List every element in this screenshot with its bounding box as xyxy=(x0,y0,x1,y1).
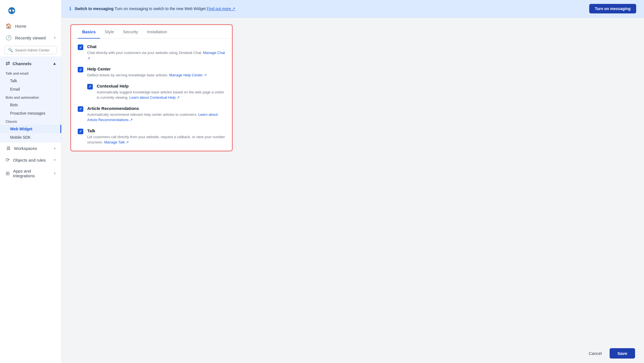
clock-icon: 🕐 xyxy=(6,35,12,41)
tab-installation[interactable]: Installation xyxy=(143,25,172,39)
learn-contextual-help-link[interactable]: Learn about Contextual Help ↗ xyxy=(129,95,180,100)
sidebar-item-objects-rules[interactable]: ⟳ Objects and rules ▾ xyxy=(0,154,61,166)
sidebar-item-talk[interactable]: Talk xyxy=(0,77,61,85)
objects-rules-icon: ⟳ xyxy=(6,157,10,163)
channels-label: Channels xyxy=(13,61,32,66)
banner-link[interactable]: Find out more ↗ xyxy=(207,6,235,11)
setting-article-recommendations: Article Recommendations Automatically re… xyxy=(78,106,225,123)
checkbox-article-recommendations[interactable] xyxy=(78,106,83,112)
channels-icon: ⇄ xyxy=(6,60,10,67)
web-widget-card: Basics Style Security Installation Chat … xyxy=(70,24,233,151)
setting-help-center-desc: Deflect tickets by serving knowledge bas… xyxy=(87,72,225,78)
setting-chat-desc: Chat directly with your customers via yo… xyxy=(87,50,225,61)
manage-talk-link[interactable]: Manage Talk ↗ xyxy=(104,140,129,144)
tab-style[interactable]: Style xyxy=(100,25,118,39)
sidebar-item-proactive-messages[interactable]: Proactive messages xyxy=(0,109,61,117)
banner-text: Switch to messaging Turn on messaging to… xyxy=(75,6,586,11)
content-area: Basics Style Security Installation Chat … xyxy=(61,18,644,344)
sidebar-home-label: Home xyxy=(15,24,26,29)
setting-talk-content: Talk Let customers call directly from yo… xyxy=(87,128,225,145)
objects-rules-label: Objects and rules xyxy=(13,158,46,162)
search-box[interactable]: 🔍 xyxy=(4,46,57,54)
sidebar-item-recently-viewed[interactable]: 🕐 Recently viewed ▾ xyxy=(0,32,61,44)
workspaces-label: Workspaces xyxy=(14,146,37,151)
setting-chat-title: Chat xyxy=(87,44,225,49)
setting-help-center: Help Center Deflect tickets by serving k… xyxy=(78,67,225,78)
setting-contextual-help-title: Contextual Help xyxy=(97,84,225,88)
setting-chat-content: Chat Chat directly with your customers v… xyxy=(87,44,225,61)
turn-on-messaging-button[interactable]: Turn on messaging xyxy=(589,4,636,13)
sidebar: 🏠 Home 🕐 Recently viewed ▾ 🔍 ⇄ Channels … xyxy=(0,0,61,363)
setting-article-recommendations-title: Article Recommendations xyxy=(87,106,225,111)
setting-help-center-content: Help Center Deflect tickets by serving k… xyxy=(87,67,225,78)
manage-chat-link[interactable]: Manage Chat ↗ xyxy=(87,51,225,60)
setting-contextual-help-desc: Automatically suggest knowledge base art… xyxy=(97,89,225,100)
sidebar-item-bots[interactable]: Bots xyxy=(0,101,61,109)
chevron-up-icon: ▴ xyxy=(53,61,56,66)
info-icon: ℹ xyxy=(69,6,71,12)
chevron-down-icon-objects: ▾ xyxy=(54,158,56,162)
tabs-bar: Basics Style Security Installation xyxy=(71,25,232,39)
chevron-down-icon-apps: ▾ xyxy=(54,171,56,175)
chevron-down-icon-workspaces: ▾ xyxy=(54,147,56,150)
setting-article-recommendations-content: Article Recommendations Automatically re… xyxy=(87,106,225,123)
manage-help-center-link[interactable]: Manage Help Center ↗ xyxy=(169,73,207,77)
setting-contextual-help: Contextual Help Automatically suggest kn… xyxy=(78,84,225,100)
bots-automation-section: Bots and automation xyxy=(0,93,61,101)
chevron-down-icon: ▾ xyxy=(54,36,56,40)
setting-article-recommendations-desc: Automatically recommend relevant help ce… xyxy=(87,112,225,123)
checkbox-talk[interactable] xyxy=(78,129,83,134)
checkbox-chat[interactable] xyxy=(78,44,83,50)
setting-talk-desc: Let customers call directly from your we… xyxy=(87,134,225,145)
footer-bar: Cancel Save xyxy=(61,344,644,363)
search-icon: 🔍 xyxy=(8,48,13,52)
tab-basics[interactable]: Basics xyxy=(78,25,100,39)
checkbox-help-center[interactable] xyxy=(78,67,83,72)
apps-integrations-label: Apps and integrations xyxy=(13,169,51,178)
apps-icon: ⊞ xyxy=(6,170,10,176)
banner-description: Turn on messaging to switch to the new W… xyxy=(115,6,207,11)
main-content: ℹ Switch to messaging Turn on messaging … xyxy=(61,0,644,363)
setting-talk: Talk Let customers call directly from yo… xyxy=(78,128,225,145)
cancel-button[interactable]: Cancel xyxy=(584,349,606,358)
channels-section: ⇄ Channels ▴ Talk and email Talk Email B… xyxy=(0,56,61,143)
learn-article-recommendations-link[interactable]: Learn about Article Recommendations ↗ xyxy=(87,112,218,122)
sidebar-item-email[interactable]: Email xyxy=(0,85,61,93)
classic-section: Classic xyxy=(0,117,61,125)
save-button[interactable]: Save xyxy=(610,348,635,359)
sidebar-item-mobile-sdk[interactable]: Mobile SDK xyxy=(0,133,61,142)
workspaces-icon: 🖥 xyxy=(6,145,11,151)
setting-help-center-title: Help Center xyxy=(87,67,225,71)
messaging-banner: ℹ Switch to messaging Turn on messaging … xyxy=(61,0,644,18)
sidebar-item-web-widget[interactable]: Web Widget xyxy=(0,125,61,133)
sidebar-recently-viewed-label: Recently viewed xyxy=(15,36,46,40)
sidebar-item-apps-integrations[interactable]: ⊞ Apps and integrations ▾ xyxy=(0,166,61,181)
sidebar-item-workspaces[interactable]: 🖥 Workspaces ▾ xyxy=(0,143,61,154)
tab-security[interactable]: Security xyxy=(119,25,143,39)
checkbox-contextual-help[interactable] xyxy=(87,84,93,89)
search-input[interactable] xyxy=(15,48,53,52)
sidebar-item-home[interactable]: 🏠 Home xyxy=(0,20,61,32)
setting-contextual-help-content: Contextual Help Automatically suggest kn… xyxy=(97,84,225,100)
logo xyxy=(0,0,61,20)
sidebar-item-channels[interactable]: ⇄ Channels ▴ xyxy=(0,58,61,69)
home-icon: 🏠 xyxy=(6,23,12,29)
setting-chat: Chat Chat directly with your customers v… xyxy=(78,44,225,61)
banner-title: Switch to messaging xyxy=(75,6,113,11)
talk-email-section: Talk and email xyxy=(0,69,61,77)
settings-list: Chat Chat directly with your customers v… xyxy=(71,39,232,151)
setting-talk-title: Talk xyxy=(87,128,225,133)
